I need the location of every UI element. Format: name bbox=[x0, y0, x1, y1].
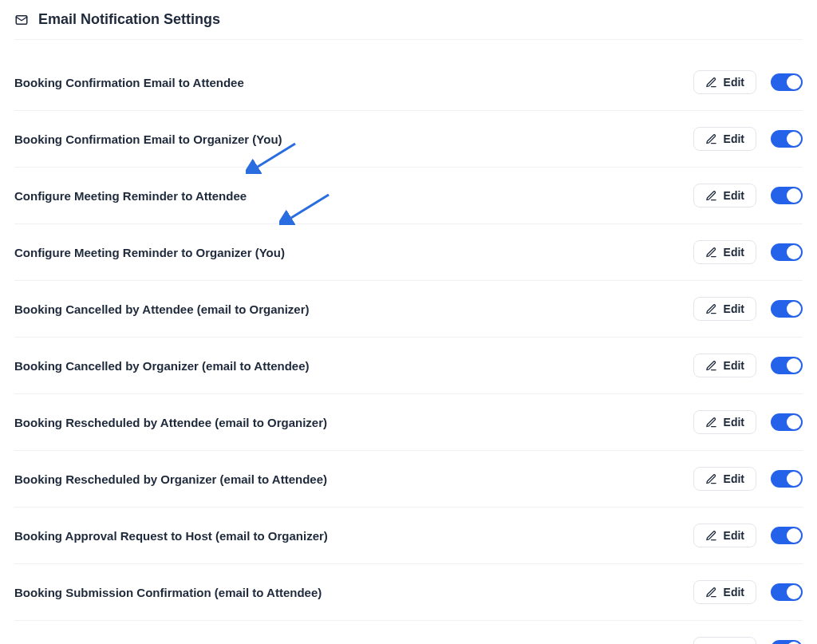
row-actions: Edit bbox=[693, 354, 803, 377]
pencil-icon bbox=[705, 473, 717, 485]
notification-list: Booking Confirmation Email to Attendee E… bbox=[14, 54, 803, 644]
toggle-switch[interactable] bbox=[771, 243, 803, 261]
edit-label: Edit bbox=[724, 529, 744, 542]
row-label: Configure Meeting Reminder to Organizer … bbox=[14, 246, 285, 259]
toggle-switch[interactable] bbox=[771, 413, 803, 431]
row-actions: Edit bbox=[693, 523, 803, 547]
notification-row: Booking Cancelled by Organizer (email to… bbox=[14, 338, 803, 394]
pencil-icon bbox=[705, 190, 717, 202]
edit-label: Edit bbox=[724, 246, 744, 259]
page-title: Email Notification Settings bbox=[38, 11, 220, 28]
edit-button[interactable]: Edit bbox=[693, 410, 756, 434]
pencil-icon bbox=[705, 303, 717, 315]
row-label: Booking Rescheduled by Organizer (email … bbox=[14, 472, 327, 486]
row-actions: Edit bbox=[693, 127, 803, 151]
pencil-icon bbox=[705, 77, 717, 89]
edit-label: Edit bbox=[724, 76, 744, 89]
edit-button[interactable]: Edit bbox=[693, 637, 756, 644]
toggle-switch[interactable] bbox=[771, 73, 803, 91]
notification-row: Booking Confirmation Email to Organizer … bbox=[14, 111, 803, 168]
notification-row: Configure Meeting Reminder to Attendee E… bbox=[14, 168, 803, 224]
row-label: Booking Approval Request to Host (email … bbox=[14, 529, 328, 543]
pencil-icon bbox=[705, 587, 717, 599]
toggle-switch[interactable] bbox=[771, 640, 803, 644]
mail-icon bbox=[14, 13, 29, 27]
row-actions: Edit bbox=[693, 184, 803, 207]
toggle-switch[interactable] bbox=[771, 527, 803, 544]
notification-row: Booking Cancelled by Attendee (email to … bbox=[14, 281, 803, 338]
toggle-switch[interactable] bbox=[771, 130, 803, 148]
row-label: Booking Cancelled by Attendee (email to … bbox=[14, 302, 310, 316]
notification-row: Booking Rescheduled by Organizer (email … bbox=[14, 451, 803, 508]
toggle-switch[interactable] bbox=[771, 470, 803, 488]
row-actions: Edit bbox=[693, 410, 803, 434]
toggle-switch[interactable] bbox=[771, 300, 803, 318]
edit-button[interactable]: Edit bbox=[693, 523, 756, 547]
edit-button[interactable]: Edit bbox=[693, 70, 756, 94]
edit-label: Edit bbox=[724, 359, 744, 372]
pencil-icon bbox=[705, 360, 717, 372]
edit-button[interactable]: Edit bbox=[693, 467, 756, 491]
edit-label: Edit bbox=[724, 132, 744, 145]
notification-row: Booking Submission Confirmation (email t… bbox=[14, 564, 803, 621]
row-actions: Edit bbox=[693, 467, 803, 491]
row-actions: Edit bbox=[693, 580, 803, 604]
edit-label: Edit bbox=[724, 302, 744, 315]
row-label: Configure Meeting Reminder to Attendee bbox=[14, 189, 247, 203]
notification-row: Booking Rescheduled by Attendee (email t… bbox=[14, 394, 803, 451]
pencil-icon bbox=[705, 530, 717, 542]
notification-row: Booking Confirmation Email to Attendee E… bbox=[14, 54, 803, 111]
toggle-switch[interactable] bbox=[771, 583, 803, 601]
notification-row: Booking Declined by Organizer (email to … bbox=[14, 621, 803, 644]
edit-button[interactable]: Edit bbox=[693, 184, 756, 207]
edit-label: Edit bbox=[724, 416, 744, 429]
row-label: Booking Confirmation Email to Attendee bbox=[14, 76, 244, 89]
row-actions: Edit bbox=[693, 240, 803, 264]
row-label: Booking Cancelled by Organizer (email to… bbox=[14, 359, 310, 373]
pencil-icon bbox=[705, 247, 717, 259]
edit-button[interactable]: Edit bbox=[693, 297, 756, 321]
edit-label: Edit bbox=[724, 189, 744, 202]
row-label: Booking Submission Confirmation (email t… bbox=[14, 586, 322, 599]
toggle-switch[interactable] bbox=[771, 187, 803, 204]
row-label: Booking Confirmation Email to Organizer … bbox=[14, 132, 282, 146]
toggle-switch[interactable] bbox=[771, 357, 803, 374]
page-header: Email Notification Settings bbox=[14, 8, 803, 40]
row-actions: Edit bbox=[693, 70, 803, 94]
pencil-icon bbox=[705, 417, 717, 429]
row-actions: Edit bbox=[693, 637, 803, 644]
edit-button[interactable]: Edit bbox=[693, 127, 756, 151]
notification-row: Configure Meeting Reminder to Organizer … bbox=[14, 224, 803, 281]
edit-label: Edit bbox=[724, 586, 744, 599]
notification-row: Booking Approval Request to Host (email … bbox=[14, 508, 803, 564]
pencil-icon bbox=[705, 133, 717, 145]
edit-label: Edit bbox=[724, 472, 744, 485]
row-label: Booking Rescheduled by Attendee (email t… bbox=[14, 416, 327, 429]
edit-button[interactable]: Edit bbox=[693, 354, 756, 377]
edit-button[interactable]: Edit bbox=[693, 240, 756, 264]
edit-button[interactable]: Edit bbox=[693, 580, 756, 604]
row-actions: Edit bbox=[693, 297, 803, 321]
